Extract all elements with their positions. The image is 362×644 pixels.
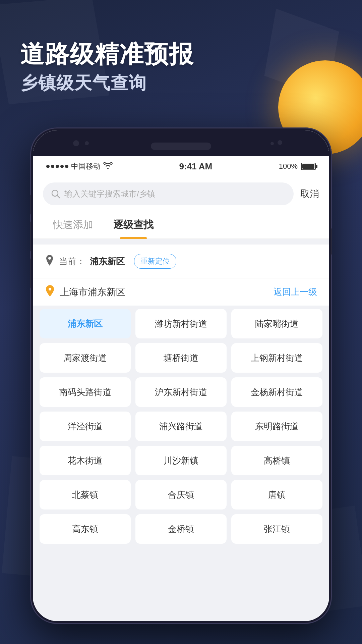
search-placeholder: 输入关键字搜索城市/乡镇 [64, 189, 155, 199]
side-button-left-2 [30, 221, 31, 252]
grid-item-14[interactable]: 高桥镇 [231, 446, 322, 475]
side-button-left-3 [30, 258, 31, 288]
search-icon [51, 189, 60, 199]
grid-item-11[interactable]: 东明路街道 [231, 412, 322, 441]
grid-item-18[interactable]: 高东镇 [40, 514, 131, 544]
search-area: 输入关键字搜索城市/乡镇 取消 [33, 176, 329, 211]
signal-dots [46, 165, 68, 168]
phone-dot-1 [85, 141, 89, 145]
wifi-icon [103, 162, 113, 171]
battery-icon [301, 163, 316, 170]
region-pin-icon [45, 285, 55, 299]
signal-dot-1 [46, 165, 50, 168]
grid-item-0[interactable]: 浦东新区 [40, 309, 131, 338]
back-to-parent-button[interactable]: 返回上一级 [274, 286, 317, 298]
phone-speaker [151, 143, 211, 150]
header-title: 道路级精准预报 [20, 40, 194, 68]
tabs-area: 快速添加 逐级查找 [33, 211, 329, 239]
side-button-power [331, 228, 332, 255]
grid-section: 浦东新区潍坊新村街道陆家嘴街道周家渡街道塘桥街道上钢新村街道南码头路街道沪东新村… [33, 306, 329, 550]
phone-dot-2 [270, 142, 274, 145]
region-left: 上海市浦东新区 [45, 285, 125, 299]
grid-item-16[interactable]: 合庆镇 [135, 480, 227, 509]
tab-active-underline [120, 237, 147, 239]
grid-item-20[interactable]: 张江镇 [231, 514, 322, 544]
grid-item-19[interactable]: 金桥镇 [135, 514, 227, 544]
status-right: 100% [279, 162, 316, 171]
grid-item-3[interactable]: 周家渡街道 [40, 343, 131, 373]
grid-item-13[interactable]: 川沙新镇 [135, 446, 227, 475]
grid-item-2[interactable]: 陆家嘴街道 [231, 309, 322, 338]
grid-item-15[interactable]: 北蔡镇 [40, 480, 131, 509]
location-prefix: 当前： [59, 256, 85, 267]
relocate-button[interactable]: 重新定位 [134, 254, 176, 269]
region-name: 上海市浦东新区 [60, 286, 125, 299]
signal-dot-4 [60, 165, 64, 168]
grid-item-12[interactable]: 花木街道 [40, 446, 131, 475]
tab-step-find[interactable]: 逐级查找 [103, 211, 164, 238]
grid-item-5[interactable]: 上钢新村街道 [231, 343, 322, 373]
carrier-label: 中国移动 [71, 161, 101, 171]
status-signal-area: 中国移动 [46, 161, 113, 171]
phone-screen: 中国移动 9:41 AM 100% [33, 156, 329, 621]
header-subtitle: 乡镇级天气查询 [20, 71, 194, 95]
grid-item-17[interactable]: 唐镇 [231, 480, 322, 509]
grid-item-10[interactable]: 浦兴路街道 [135, 412, 227, 441]
grid-item-1[interactable]: 潍坊新村街道 [135, 309, 227, 338]
grid-item-6[interactable]: 南码头路街道 [40, 377, 131, 407]
location-section: 当前： 浦东新区 重新定位 [33, 245, 329, 278]
search-input-wrap[interactable]: 输入关键字搜索城市/乡镇 [43, 182, 294, 205]
phone-camera-right [278, 140, 282, 145]
location-city-name: 浦东新区 [90, 256, 125, 267]
region-header: 上海市浦东新区 返回上一级 [33, 278, 329, 306]
svg-line-1 [57, 196, 60, 198]
status-bar: 中国移动 9:41 AM 100% [33, 156, 329, 176]
grid-item-4[interactable]: 塘桥街道 [135, 343, 227, 373]
status-time: 9:41 AM [179, 161, 212, 172]
grid-item-9[interactable]: 洋泾街道 [40, 412, 131, 441]
header-section: 道路级精准预报 乡镇级天气查询 [20, 40, 194, 95]
phone-inner: 中国移动 9:41 AM 100% [33, 130, 329, 621]
signal-dot-3 [56, 165, 59, 168]
phone-notch [33, 130, 329, 157]
tab-quick-add[interactable]: 快速添加 [43, 211, 103, 238]
side-button-left-1 [30, 195, 31, 215]
grid-item-8[interactable]: 金杨新村街道 [231, 377, 322, 407]
grid-item-7[interactable]: 沪东新村街道 [135, 377, 227, 407]
location-pin-icon [45, 255, 54, 268]
phone-frame: 中国移动 9:41 AM 100% [30, 127, 332, 624]
cancel-button[interactable]: 取消 [300, 187, 319, 200]
phone-camera-left [73, 140, 79, 146]
battery-fill [302, 164, 314, 169]
signal-dot-5 [65, 165, 68, 168]
district-grid: 浦东新区潍坊新村街道陆家嘴街道周家渡街道塘桥街道上钢新村街道南码头路街道沪东新村… [40, 309, 322, 544]
signal-dot-2 [51, 165, 54, 168]
battery-percentage: 100% [279, 162, 298, 171]
